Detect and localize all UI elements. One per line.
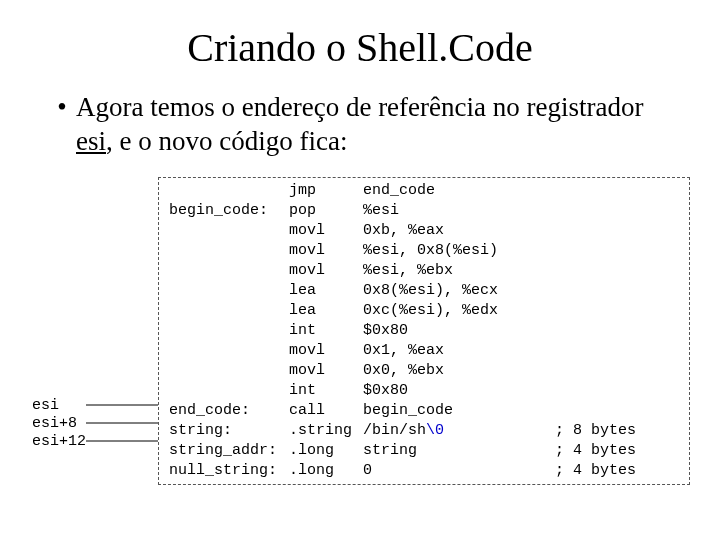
code-comment: ; 4 bytes: [555, 442, 636, 460]
slide: Criando o Shell.Code • Agora temos o end…: [0, 0, 720, 540]
code-comment: [555, 182, 636, 200]
code-row: movl0x0, %ebx: [169, 362, 636, 380]
code-row: movl0x1, %eax: [169, 342, 636, 360]
code-label: string_addr:: [169, 442, 287, 460]
code-mnemonic: movl: [289, 242, 361, 260]
code-label: [169, 182, 287, 200]
code-mnemonic: lea: [289, 282, 361, 300]
code-mnemonic: int: [289, 382, 361, 400]
code-label: begin_code:: [169, 202, 287, 220]
code-table: jmpend_codebegin_code:pop%esimovl0xb, %e…: [167, 180, 638, 482]
code-mnemonic: .long: [289, 462, 361, 480]
code-mnemonic: .string: [289, 422, 361, 440]
code-mnemonic: movl: [289, 342, 361, 360]
code-comment: [555, 382, 636, 400]
bullet-list: • Agora temos o endereço de referência n…: [48, 91, 682, 159]
code-row: string:.string/bin/sh\0; 8 bytes: [169, 422, 636, 440]
code-row: movl%esi, %ebx: [169, 262, 636, 280]
bullet-text-part1: Agora temos o endereço de referência no …: [76, 92, 643, 122]
code-mnemonic: call: [289, 402, 361, 420]
code-label: [169, 282, 287, 300]
code-operands: 0x1, %eax: [363, 342, 553, 360]
code-mnemonic: lea: [289, 302, 361, 320]
code-comment: [555, 282, 636, 300]
code-row: string_addr:.longstring; 4 bytes: [169, 442, 636, 460]
bullet-text: Agora temos o endereço de referência no …: [76, 91, 682, 159]
code-comment: [555, 222, 636, 240]
code-label: [169, 342, 287, 360]
code-row: int$0x80: [169, 322, 636, 340]
code-row: movl%esi, 0x8(%esi): [169, 242, 636, 260]
code-operands: string: [363, 442, 553, 460]
code-comment: [555, 202, 636, 220]
code-row: jmpend_code: [169, 182, 636, 200]
code-row: lea0x8(%esi), %ecx: [169, 282, 636, 300]
code-label: [169, 302, 287, 320]
code-comment: ; 8 bytes: [555, 422, 636, 440]
code-operands: 0xc(%esi), %edx: [363, 302, 553, 320]
code-row: int$0x80: [169, 382, 636, 400]
code-mnemonic: movl: [289, 222, 361, 240]
code-comment: [555, 362, 636, 380]
code-operands: begin_code: [363, 402, 553, 420]
code-label: end_code:: [169, 402, 287, 420]
code-row: lea0xc(%esi), %edx: [169, 302, 636, 320]
code-row: begin_code:pop%esi: [169, 202, 636, 220]
code-mnemonic: pop: [289, 202, 361, 220]
code-mnemonic: .long: [289, 442, 361, 460]
code-label: [169, 262, 287, 280]
code-label: [169, 322, 287, 340]
code-label: [169, 242, 287, 260]
code-operands: $0x80: [363, 322, 553, 340]
code-box: jmpend_codebegin_code:pop%esimovl0xb, %e…: [158, 177, 690, 485]
code-comment: [555, 262, 636, 280]
code-mnemonic: movl: [289, 262, 361, 280]
code-comment: ; 4 bytes: [555, 462, 636, 480]
code-operands: %esi, 0x8(%esi): [363, 242, 553, 260]
code-label: [169, 362, 287, 380]
code-comment: [555, 342, 636, 360]
code-comment: [555, 302, 636, 320]
bullet-dot: •: [48, 91, 76, 159]
bullet-item: • Agora temos o endereço de referência n…: [48, 91, 682, 159]
code-operands: 0: [363, 462, 553, 480]
code-operands: $0x80: [363, 382, 553, 400]
code-operands: 0x0, %ebx: [363, 362, 553, 380]
code-row: null_string:.long0; 4 bytes: [169, 462, 636, 480]
code-row: end_code:callbegin_code: [169, 402, 636, 420]
offset-esi-12: esi+12: [32, 433, 86, 450]
code-label: [169, 222, 287, 240]
offset-esi: esi: [32, 397, 59, 414]
bullet-reg: esi: [76, 126, 106, 156]
code-operands: /bin/sh\0: [363, 422, 553, 440]
slide-title: Criando o Shell.Code: [30, 24, 690, 71]
bullet-text-part2: , e o novo código fica:: [106, 126, 347, 156]
code-row: movl0xb, %eax: [169, 222, 636, 240]
code-operands: 0xb, %eax: [363, 222, 553, 240]
code-operands: 0x8(%esi), %ecx: [363, 282, 553, 300]
code-operands: %esi, %ebx: [363, 262, 553, 280]
code-operands: end_code: [363, 182, 553, 200]
offset-esi-8: esi+8: [32, 415, 77, 432]
code-mnemonic: movl: [289, 362, 361, 380]
code-mnemonic: jmp: [289, 182, 361, 200]
code-label: string:: [169, 422, 287, 440]
code-comment: [555, 242, 636, 260]
code-label: [169, 382, 287, 400]
code-comment: [555, 322, 636, 340]
code-area: esi esi+8 esi+12 jmpend_codebegin_code:p…: [30, 177, 690, 485]
code-mnemonic: int: [289, 322, 361, 340]
code-comment: [555, 402, 636, 420]
offset-column: esi esi+8 esi+12: [30, 177, 158, 485]
code-operands: %esi: [363, 202, 553, 220]
code-label: null_string:: [169, 462, 287, 480]
